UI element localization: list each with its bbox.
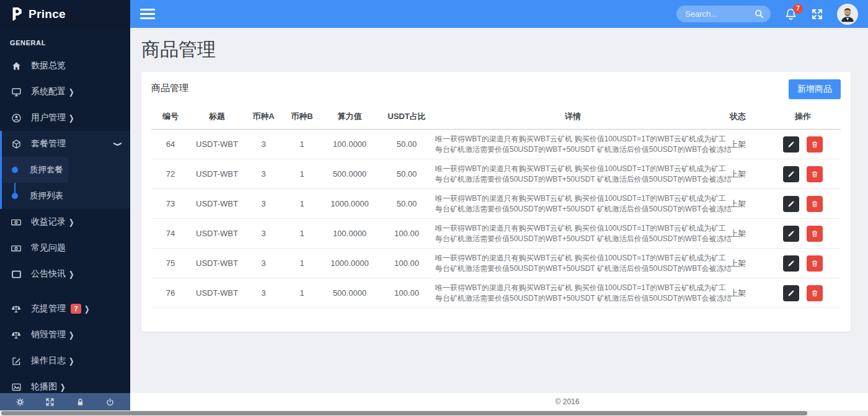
cell-title: USDT-WBT bbox=[190, 130, 244, 159]
column-header: USDT占比 bbox=[378, 105, 435, 130]
trash-icon bbox=[810, 289, 819, 298]
power-icon[interactable] bbox=[105, 397, 115, 407]
fullscreen-icon[interactable] bbox=[811, 8, 823, 20]
sidebar-item-label: 数据总览 bbox=[31, 60, 66, 71]
scrollbar-thumb[interactable] bbox=[1, 411, 807, 415]
cell-actions bbox=[765, 278, 841, 308]
search-input[interactable] bbox=[685, 9, 754, 19]
cell-detail: 唯一获得WBT的渠道只有购买WBT云矿机 购买价值100USDT=1T的WBT云… bbox=[435, 189, 711, 219]
scale-icon bbox=[10, 329, 22, 341]
table-row: 72USDT-WBT31500.000050.00唯一获得WBT的渠道只有购买W… bbox=[151, 159, 841, 189]
table-header-row: 编号标题币种A币种B算力值USDT占比详情状态操作 bbox=[151, 105, 841, 130]
expand-icon[interactable] bbox=[45, 397, 55, 407]
cell-coin-a: 3 bbox=[244, 189, 283, 219]
horizontal-scrollbar[interactable] bbox=[0, 410, 868, 416]
sidebar-item-label: 公告快讯 bbox=[31, 268, 66, 280]
sidebar-section-label: GENERAL bbox=[0, 28, 130, 53]
chevron-right-icon: ❯ bbox=[69, 218, 74, 226]
chevron-down-icon: ❯ bbox=[113, 141, 122, 146]
detail-line-1: 唯一获得WBT的渠道只有购买WBT云矿机 购买价值100USDT=1T的WBT云… bbox=[435, 253, 711, 263]
money-icon bbox=[10, 216, 22, 228]
sidebar-item-label: 收益记录 bbox=[31, 216, 66, 228]
cell-status: 上架 bbox=[711, 278, 765, 308]
add-product-button[interactable]: 新增商品 bbox=[789, 79, 841, 99]
product-table: 编号标题币种A币种B算力值USDT占比详情状态操作 64USDT-WBT3110… bbox=[151, 105, 841, 308]
search-icon[interactable] bbox=[754, 9, 764, 19]
column-header: 币种B bbox=[283, 105, 321, 130]
cell-coin-a: 3 bbox=[244, 278, 283, 308]
user-avatar[interactable] bbox=[837, 4, 858, 25]
hamburger-menu-icon[interactable] bbox=[140, 6, 155, 22]
sidebar-item[interactable]: 系统配置❯ bbox=[0, 79, 130, 105]
sidebar-item-label: 充提管理 bbox=[31, 303, 66, 314]
edit-button[interactable] bbox=[783, 196, 799, 212]
product-card: 商品管理 新增商品 编号标题币种A币种B算力值USDT占比详情状态操作 64US… bbox=[141, 72, 851, 332]
trash-icon bbox=[810, 140, 819, 149]
cell-usdt-ratio: 50.00 bbox=[378, 130, 435, 159]
sidebar-group: 套餐管理❯质押套餐质押列表 bbox=[0, 131, 130, 209]
lock-icon[interactable] bbox=[76, 397, 85, 407]
edit-button[interactable] bbox=[783, 136, 799, 153]
table-row: 76USDT-WBT31500.0000100.00唯一获得WBT的渠道只有购买… bbox=[151, 278, 841, 308]
delete-button[interactable] bbox=[807, 196, 823, 212]
cell-coin-a: 3 bbox=[244, 219, 283, 249]
sidebar-item[interactable]: 销毁管理❯ bbox=[0, 322, 130, 348]
sidebar-item[interactable]: 套餐管理❯ bbox=[2, 131, 130, 157]
edit-button[interactable] bbox=[783, 166, 799, 182]
edit-button[interactable] bbox=[783, 255, 799, 272]
cell-detail: 唯一获得WBT的渠道只有购买WBT云矿机 购买价值100USDT=1T的WBT云… bbox=[435, 130, 711, 159]
cell-coin-a: 3 bbox=[244, 249, 283, 278]
cell-usdt-ratio: 50.00 bbox=[378, 159, 435, 189]
edit-icon bbox=[10, 355, 22, 367]
edit-button[interactable] bbox=[783, 226, 799, 242]
chevron-right-icon: ❯ bbox=[69, 356, 74, 365]
cell-title: USDT-WBT bbox=[190, 159, 244, 189]
gear-icon[interactable] bbox=[16, 397, 25, 407]
sidebar-item[interactable]: 常见问题 bbox=[0, 235, 130, 261]
sidebar-item[interactable]: 公告快讯❯ bbox=[0, 261, 130, 287]
cell-id: 75 bbox=[151, 249, 190, 278]
page-title: 商品管理 bbox=[141, 37, 868, 63]
sidebar-item[interactable]: 充提管理7❯ bbox=[0, 296, 130, 322]
cell-title: USDT-WBT bbox=[190, 219, 244, 249]
cell-coin-a: 3 bbox=[244, 159, 283, 189]
table-row: 74USDT-WBT31100.0000100.00唯一获得WBT的渠道只有购买… bbox=[151, 219, 841, 249]
sidebar-item-label: 系统配置 bbox=[31, 86, 66, 97]
notification-count-badge: 7 bbox=[793, 4, 803, 14]
cell-detail: 唯一获得WBT的渠道只有购买WBT云矿机 购买价值100USDT=1T的WBT云… bbox=[435, 219, 711, 249]
cell-power: 500.0000 bbox=[321, 278, 378, 308]
pencil-icon bbox=[787, 200, 795, 208]
chevron-right-icon: ❯ bbox=[69, 330, 74, 339]
cell-usdt-ratio: 100.00 bbox=[378, 219, 435, 249]
sidebar-item-label: 轮播图 bbox=[31, 381, 57, 392]
trash-icon bbox=[810, 229, 819, 238]
cell-title: USDT-WBT bbox=[190, 189, 244, 219]
sidebar-item[interactable]: 用户管理❯ bbox=[0, 105, 130, 131]
delete-button[interactable] bbox=[807, 136, 823, 153]
prince-logo-icon bbox=[10, 6, 24, 22]
column-header: 详情 bbox=[435, 105, 711, 130]
brand-name: Prince bbox=[29, 7, 66, 21]
edit-button[interactable] bbox=[783, 285, 799, 301]
notifications-button[interactable]: 7 bbox=[784, 7, 797, 20]
sidebar-subitem[interactable]: 质押列表 bbox=[2, 183, 130, 209]
cell-title: USDT-WBT bbox=[190, 249, 244, 278]
sidebar-item[interactable]: 收益记录❯ bbox=[0, 209, 130, 235]
sidebar-item-label: 操作日志 bbox=[31, 355, 66, 366]
delete-button[interactable] bbox=[807, 255, 823, 272]
detail-line-1: 唯一获得WBT的渠道只有购买WBT云矿机 购买价值100USDT=1T的WBT云… bbox=[435, 223, 711, 234]
delete-button[interactable] bbox=[807, 166, 823, 182]
cell-status: 上架 bbox=[711, 159, 765, 189]
sidebar-item-label: 套餐管理 bbox=[31, 138, 66, 149]
chevron-right-icon: ❯ bbox=[69, 113, 74, 122]
column-header: 操作 bbox=[765, 105, 841, 130]
cell-coin-a: 3 bbox=[244, 130, 283, 159]
logo-row[interactable]: Prince bbox=[0, 0, 130, 28]
delete-button[interactable] bbox=[807, 285, 823, 301]
chevron-right-icon: ❯ bbox=[69, 270, 74, 278]
submenu-dot bbox=[12, 193, 18, 199]
cell-status: 上架 bbox=[711, 130, 765, 159]
delete-button[interactable] bbox=[807, 226, 823, 242]
sidebar-item[interactable]: 数据总览 bbox=[0, 53, 130, 79]
sidebar-item[interactable]: 操作日志❯ bbox=[0, 348, 130, 374]
